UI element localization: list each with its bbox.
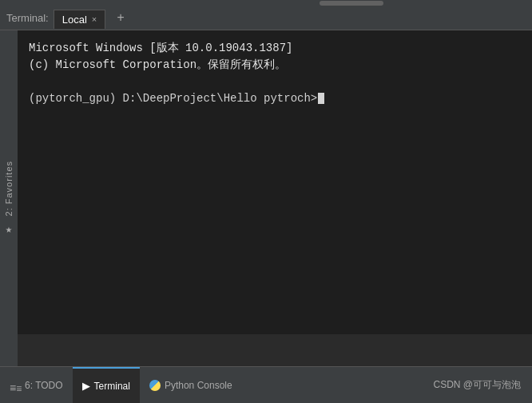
terminal-label: Terminal: bbox=[6, 12, 49, 24]
csdn-label: CSDN @可可与泡泡 bbox=[433, 379, 521, 390]
tab-local[interactable]: Local × bbox=[54, 10, 106, 29]
todo-tab-label: 6: TODO bbox=[25, 380, 63, 391]
tab-bar: Terminal: Local × + bbox=[0, 6, 532, 30]
terminal-line-1: Microsoft Windows [版本 10.0.19043.1387] bbox=[29, 40, 521, 57]
favorites-bar[interactable]: 2: Favorites ★ bbox=[0, 30, 18, 366]
terminal-icon: ▶ bbox=[82, 380, 90, 392]
tab-close-button[interactable]: × bbox=[92, 14, 97, 24]
tab-add-button[interactable]: + bbox=[112, 10, 129, 27]
terminal-wrapper: Microsoft Windows [版本 10.0.19043.1387] (… bbox=[18, 30, 532, 334]
status-tab-python-console[interactable]: Python Console bbox=[140, 367, 242, 403]
cursor bbox=[318, 93, 324, 104]
status-tab-terminal[interactable]: ▶ Terminal bbox=[73, 367, 140, 403]
scrollbar-thumb[interactable] bbox=[320, 1, 383, 6]
favorites-label: 2: Favorites bbox=[4, 161, 14, 216]
favorites-star-icon: ★ bbox=[6, 222, 12, 236]
todo-list-icon: ≡ bbox=[10, 381, 21, 389]
status-tab-todo[interactable]: ≡ 6: TODO bbox=[0, 367, 73, 403]
python-icon bbox=[149, 380, 161, 391]
python-console-tab-label: Python Console bbox=[165, 380, 232, 391]
status-bar: ≡ 6: TODO ▶ Terminal Python Console CSDN… bbox=[0, 366, 532, 403]
terminal-line-2: (c) Microsoft Corporation。保留所有权利。 bbox=[29, 57, 521, 74]
terminal-tab-label: Terminal bbox=[94, 381, 130, 392]
terminal-line-3 bbox=[29, 74, 521, 90]
status-right-text: CSDN @可可与泡泡 bbox=[433, 378, 532, 392]
top-scrollbar[interactable] bbox=[0, 0, 532, 6]
terminal-content[interactable]: Microsoft Windows [版本 10.0.19043.1387] (… bbox=[18, 30, 532, 334]
tab-local-label: Local bbox=[62, 14, 87, 26]
terminal-line-4: (pytorch_gpu) D:\DeepProject\Hello pytro… bbox=[29, 90, 521, 107]
